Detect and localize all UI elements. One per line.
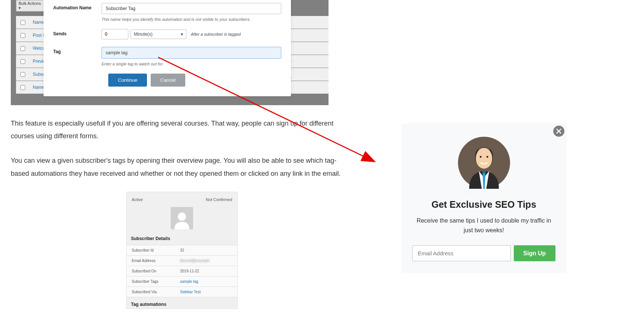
status-active: Active [132,197,143,202]
svg-point-6 [486,156,488,158]
avatar-illustration [458,137,510,189]
tag-automations-title: Tag automations [126,297,237,308]
detail-value: Sidebar Test [180,290,201,294]
detail-label: Subscriber Tags [132,279,180,284]
subscriber-details-screenshot: Active Not Confirmed Subscriber Details … [126,192,238,309]
automation-name-help: This name helps you identify this automa… [102,17,281,22]
popup-title: Get Exclusive SEO Tips [412,199,555,210]
detail-value: sample tag [180,279,198,284]
tag-label: Tag [53,47,102,54]
automation-form-screenshot: Bulk Actions ▾ Name Post Not Welcome Pre… [11,0,329,105]
signup-button[interactable]: Sign Up [514,245,555,261]
article-paragraph: You can view a given subscriber's tags b… [11,154,353,179]
detail-value: 2019-11-22 [180,269,199,273]
detail-label: Email Address [132,259,180,263]
detail-row: Subscribed ViaSidebar Test [126,287,237,297]
detail-row: Subscriber Tagssample tag [126,276,237,287]
popup-description: Receive the same tips I used to double m… [412,216,555,235]
close-button[interactable] [553,126,564,137]
sends-after-text: After a subscriber is tagged [191,32,241,36]
avatar-placeholder [171,207,193,229]
tag-input [102,47,281,59]
sends-label: Sends [53,29,102,36]
sends-value-input [102,29,128,39]
detail-row: Email Addressblurred@example [126,256,237,266]
email-input[interactable] [412,245,511,261]
svg-point-0 [178,213,186,221]
automation-modal: Automation Name This name helps you iden… [44,0,291,96]
automation-name-input [102,3,281,14]
automation-name-label: Automation Name [53,3,102,10]
newsletter-popup: Get Exclusive SEO Tips Receive the same … [401,123,567,273]
svg-point-5 [480,156,481,158]
subscriber-details-title: Subscriber Details [126,236,237,245]
continue-button: Continue [108,74,147,87]
detail-value: 32 [180,248,184,252]
status-not-confirmed: Not Confirmed [206,197,232,202]
detail-label: Subscribed On [132,269,180,273]
chevron-down-icon: ▾ [181,32,183,37]
svg-point-4 [476,148,492,169]
svg-rect-7 [483,171,486,173]
detail-label: Subscribed Via [132,290,180,294]
cancel-button: Cancel [151,74,185,87]
detail-label: Subscriber Id [132,248,180,252]
sends-unit-select: Minute(s) ▾ [131,29,186,39]
article-paragraph: This feature is especially usefull if yo… [11,117,353,142]
detail-value: blurred@example [180,259,209,263]
tag-help: Enter a single tag to watch out for. [102,62,281,66]
bulk-actions-dropdown: Bulk Actions ▾ [16,0,45,12]
close-icon [556,129,561,134]
detail-row: Subscribed On2019-11-22 [126,266,237,276]
detail-row: Subscriber Id32 [126,245,237,256]
